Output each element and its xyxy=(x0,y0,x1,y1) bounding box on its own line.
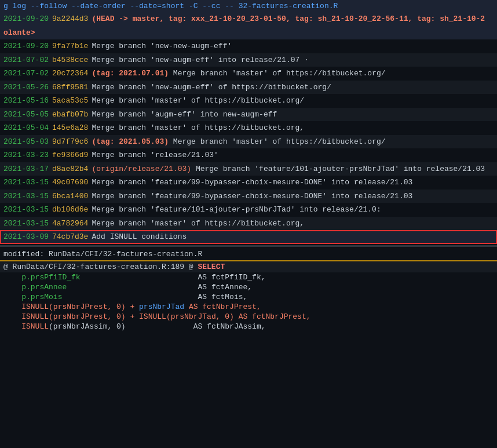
date-1: 2021-09-20 xyxy=(3,41,49,52)
date-9: 2021-03-23 xyxy=(3,150,49,161)
log-entry-highlighted: 2021-03-09 74cb7d3e Add ISNULL condition… xyxy=(0,230,497,244)
date-10: 2021-03-17 xyxy=(3,163,49,175)
hash-5: 5aca53c5 xyxy=(52,95,88,107)
hash-7: 145e6a28 xyxy=(52,122,88,134)
log-entry-10: 2021-03-17 d8ae82b4 (origin/release/21.0… xyxy=(0,162,497,176)
hash-12: 6bca1400 xyxy=(52,191,88,202)
message-9: Merge branch 'release/21.03' xyxy=(92,150,494,161)
log-entry-6: 2021-05-05 ebafb07b Merge branch 'augm-e… xyxy=(0,108,497,122)
diff-line-4: ISNULL(prsNbrJPrest, 0) + prsNbrJTad AS … xyxy=(0,302,497,312)
hash-9: fe9366d9 xyxy=(52,150,88,161)
message-4: Merge branch 'new-augm-eff' of https://b… xyxy=(92,82,494,93)
diff-line-5: ISNULL(prsNbrJPrest, 0) + ISNULL(prsNbrJ… xyxy=(0,312,497,322)
isnull-2: ISNULL xyxy=(21,312,49,321)
message-8: (tag: 2021.05.03) Merge branch 'master' … xyxy=(92,136,494,148)
hash-2: b4538cce xyxy=(52,54,88,66)
message-2: Merge branch 'new-augm-eff' into release… xyxy=(92,54,494,66)
log-entry-2: 2021-07-02 b4538cce Merge branch 'new-au… xyxy=(0,53,497,67)
hash-highlighted: 74cb7d3e xyxy=(52,231,88,243)
hash-14: 4a782964 xyxy=(52,218,88,230)
hash-head: 9a2244d3 xyxy=(52,13,88,25)
date-2: 2021-07-02 xyxy=(3,54,49,66)
hash-6: ebafb07b xyxy=(52,109,88,121)
log-entry-5: 2021-05-16 5aca53c5 Merge branch 'master… xyxy=(0,94,497,108)
message-7: Merge branch 'master' of https://bitbuck… xyxy=(92,122,494,134)
terminal: g log --follow --date-order --date=short… xyxy=(0,0,497,448)
head-label: (HEAD -> master, tag: xxx_21-10-20_23-01… xyxy=(92,14,485,23)
tag-3: (tag: 2021.07.01) xyxy=(92,69,169,78)
message-13: Merge branch 'feature/101-ajouter-prsNbr… xyxy=(92,204,494,216)
message-3: (tag: 2021.07.01) Merge branch 'master' … xyxy=(92,68,494,79)
date-11: 2021-03-15 xyxy=(3,177,49,188)
diff-at-sign: @ RunData/CFI/32-factures-creation.R:189… xyxy=(3,263,198,271)
origin-tag-10: (origin/release/21.03) xyxy=(92,165,191,173)
prsNbrJTad-1: prsNbrJTad xyxy=(139,303,184,311)
hash-1: 9fa77b1e xyxy=(52,41,88,52)
command-prefix: g log --follow --date-order --date=short… xyxy=(3,2,338,10)
diff-line-6: ISNULL(prsNbrJAssim, 0) AS fctNbrJAssim, xyxy=(0,322,497,332)
diff-section: @ RunData/CFI/32-factures-creation.R:189… xyxy=(0,261,497,332)
head-label-cont: olante> xyxy=(3,27,35,39)
command-line: g log --follow --date-order --date=short… xyxy=(0,0,497,12)
message-14: Merge branch 'master' of https://bitbuck… xyxy=(92,218,494,230)
col-prs-pfi: p.prsPfiID_fk xyxy=(21,273,80,282)
diff-line-2: p.prsAnnee AS fctAnnee, xyxy=(0,282,497,292)
message-5: Merge branch 'master' of https://bitbuck… xyxy=(92,95,494,107)
message-12: Merge branch 'feature/99-bypasser-choix-… xyxy=(92,191,494,202)
log-entry-7: 2021-05-04 145e6a28 Merge branch 'master… xyxy=(0,121,497,135)
message-highlighted: Add ISNULL conditions xyxy=(92,231,494,243)
isnull-1: ISNULL xyxy=(21,303,49,311)
hash-10: d8ae82b4 xyxy=(52,163,88,175)
log-entry-head: 2021-09-20 9a2244d3 (HEAD -> master, tag… xyxy=(0,12,497,26)
isnull-4: ISNULL xyxy=(21,322,49,331)
log-entry-4: 2021-05-26 68ff9581 Merge branch 'new-au… xyxy=(0,81,497,94)
date-8: 2021-05-03 xyxy=(3,136,49,148)
log-entry-9: 2021-03-23 fe9366d9 Merge branch 'releas… xyxy=(0,148,497,162)
hash-8: 9d7f79c6 xyxy=(52,136,88,148)
isnull-3: ISNULL xyxy=(139,312,166,321)
tag-8: (tag: 2021.05.03) xyxy=(92,137,169,146)
date-head: 2021-09-20 xyxy=(3,13,49,25)
date-5: 2021-05-16 xyxy=(3,95,49,107)
modified-text: modified: RunData/CFI/32-factures-creati… xyxy=(3,250,202,258)
message-11: Merge branch 'feature/99-bypasser-choix-… xyxy=(92,177,494,188)
date-12: 2021-03-15 xyxy=(3,191,49,202)
date-14: 2021-03-15 xyxy=(3,218,49,230)
modified-line: modified: RunData/CFI/32-factures-creati… xyxy=(0,248,497,260)
date-7: 2021-05-04 xyxy=(3,122,49,134)
date-13: 2021-03-15 xyxy=(3,204,49,216)
date-6: 2021-05-05 xyxy=(3,109,49,121)
diff-header: @ RunData/CFI/32-factures-creation.R:189… xyxy=(0,261,497,272)
col-prs-annee: p.prsAnnee xyxy=(21,283,67,292)
hash-4: 68ff9581 xyxy=(52,82,88,93)
message-1: Merge branch 'new-new-augm-eff' xyxy=(92,41,494,52)
date-highlighted: 2021-03-09 xyxy=(3,231,49,243)
log-entry-13: 2021-03-15 db106d6e Merge branch 'featur… xyxy=(0,203,497,217)
message-head: (HEAD -> master, tag: xxx_21-10-20_23-01… xyxy=(92,13,494,25)
hash-11: 49c07690 xyxy=(52,177,88,188)
hash-13: db106d6e xyxy=(52,204,88,216)
log-entry-8: 2021-05-03 9d7f79c6 (tag: 2021.05.03) Me… xyxy=(0,135,497,149)
message-10: (origin/release/21.03) Merge branch 'fea… xyxy=(92,163,494,175)
date-3: 2021-07-02 xyxy=(3,68,49,79)
log-entry-14: 2021-03-15 4a782964 Merge branch 'master… xyxy=(0,217,497,231)
col-prs-mois: p.prsMois xyxy=(21,293,62,301)
log-entry-12: 2021-03-15 6bca1400 Merge branch 'featur… xyxy=(0,190,497,203)
log-entry-1: 2021-09-20 9fa77b1e Merge branch 'new-ne… xyxy=(0,39,497,53)
log-entry-head-cont: olante> xyxy=(0,26,497,40)
diff-line-3: p.prsMois AS fctMois, xyxy=(0,292,497,302)
select-keyword: SELECT xyxy=(198,263,225,271)
section-divider xyxy=(0,245,497,247)
diff-line-1: p.prsPfiID_fk AS fctPfiID_fk, xyxy=(0,272,497,282)
message-6: Merge branch 'augm-eff' into new-augm-ef… xyxy=(92,109,494,121)
log-entry-3: 2021-07-02 20c72364 (tag: 2021.07.01) Me… xyxy=(0,67,497,81)
hash-3: 20c72364 xyxy=(52,68,88,79)
log-entry-11: 2021-03-15 49c07690 Merge branch 'featur… xyxy=(0,176,497,190)
date-4: 2021-05-26 xyxy=(3,82,49,93)
